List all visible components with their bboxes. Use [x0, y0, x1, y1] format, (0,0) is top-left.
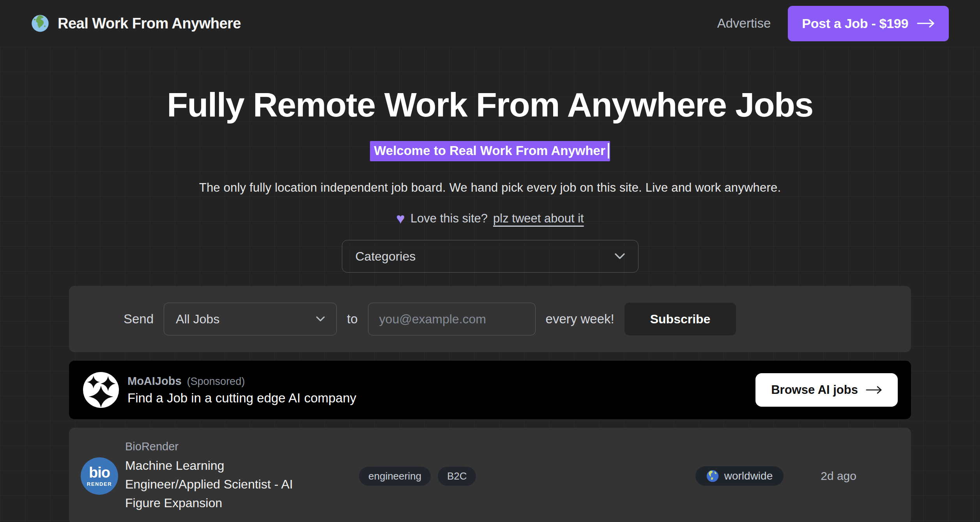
company-logo-text: bio [89, 465, 110, 480]
header-nav: Advertise Post a Job - $199 [717, 6, 949, 41]
post-job-button[interactable]: Post a Job - $199 [788, 6, 949, 41]
location-label: worldwide [724, 470, 773, 482]
job-listing-card[interactable]: bio RENDER BioRender Machine Learning En… [69, 428, 911, 522]
job-list-selected-value: All Jobs [176, 312, 219, 326]
location-badge[interactable]: worldwide [695, 466, 784, 486]
tag-engineering[interactable]: engineering [359, 467, 431, 486]
company-logo-subtext: RENDER [87, 481, 112, 487]
typed-banner-row: Welcome to Real Work From Anywher [0, 141, 980, 161]
send-label: Send [124, 312, 154, 326]
advertise-link[interactable]: Advertise [717, 16, 771, 31]
chevron-down-icon [316, 316, 325, 322]
post-job-label: Post a Job - $199 [802, 16, 908, 31]
every-week-label: every week! [546, 312, 614, 326]
typing-caret [608, 143, 609, 159]
tweet-link[interactable]: plz tweet about it [493, 212, 584, 226]
globe-americas-icon [706, 470, 719, 482]
browse-ai-jobs-button[interactable]: Browse AI jobs [755, 373, 898, 407]
sponsor-tagline: Find a Job in a cutting edge AI company [127, 391, 356, 406]
arrow-right-icon [917, 19, 935, 28]
job-list-select[interactable]: All Jobs [164, 303, 337, 335]
brand-title: Real Work From Anywhere [58, 15, 241, 32]
job-tags: engineering B2C [359, 467, 476, 486]
brand-home-link[interactable]: Real Work From Anywhere [31, 14, 241, 32]
hero-subtitle: The only fully location independent job … [0, 181, 980, 195]
globe-icon [31, 14, 49, 32]
job-main: BioRender Machine Learning Engineer/Appl… [125, 440, 308, 512]
sponsor-name: MoAIJobs [127, 375, 182, 388]
tag-b2c[interactable]: B2C [438, 467, 476, 486]
newsletter-bar: Send All Jobs to every week! Subscribe [69, 286, 911, 352]
sponsor-text: MoAIJobs (Sponsored) Find a Job in a cut… [127, 375, 356, 406]
job-posted-time: 2d ago [821, 469, 856, 483]
company-logo: bio RENDER [81, 457, 118, 495]
purple-heart-icon: ♥ [396, 211, 405, 226]
subscribe-button[interactable]: Subscribe [624, 303, 736, 335]
love-row: ♥ Love this site? plz tweet about it [0, 211, 980, 226]
categories-dropdown[interactable]: Categories [342, 240, 639, 273]
love-text: Love this site? [410, 212, 488, 226]
typed-welcome-text: Welcome to Real Work From Anywher [374, 143, 605, 158]
page-title: Fully Remote Work From Anywhere Jobs [0, 85, 980, 125]
sparkles-icon [82, 371, 120, 409]
arrow-right-icon [866, 386, 882, 394]
page: Real Work From Anywhere Advertise Post a… [0, 0, 980, 522]
email-input[interactable] [368, 303, 536, 335]
site-header: Real Work From Anywhere Advertise Post a… [0, 0, 980, 47]
categories-label: Categories [356, 249, 416, 264]
typed-welcome-banner: Welcome to Real Work From Anywher [370, 141, 610, 161]
sponsored-label: (Sponsored) [187, 376, 245, 388]
chevron-down-icon [615, 253, 625, 259]
main-content: Fully Remote Work From Anywhere Jobs Wel… [0, 47, 980, 522]
to-label: to [347, 312, 358, 326]
sponsored-banner: MoAIJobs (Sponsored) Find a Job in a cut… [69, 361, 911, 419]
sponsor-name-row: MoAIJobs (Sponsored) [127, 375, 356, 388]
job-title: Machine Learning Engineer/Applied Scient… [125, 456, 308, 512]
browse-ai-jobs-label: Browse AI jobs [771, 383, 858, 397]
job-company-name: BioRender [125, 440, 308, 453]
